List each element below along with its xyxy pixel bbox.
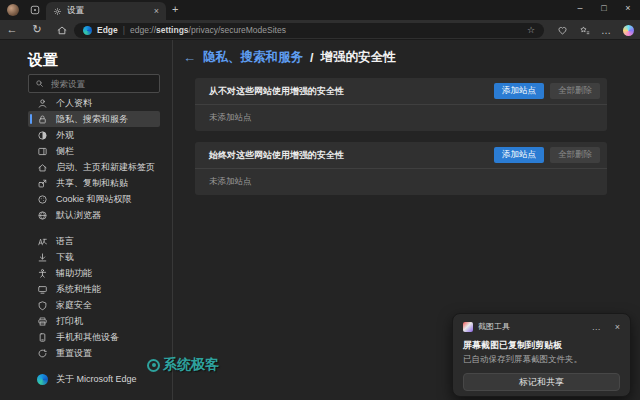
remove-all-button[interactable]: 全部删除	[550, 83, 600, 99]
address-url: edge://settings/privacy/secureModeSites	[130, 25, 286, 35]
family-safety-icon	[37, 300, 48, 311]
always-enhanced-security-card: 始终对这些网站使用增强的安全性 添加站点 全部删除 未添加站点	[195, 142, 607, 195]
sidebar-item-about[interactable]: 关于 Microsoft Edge	[28, 371, 160, 387]
language-icon	[37, 236, 48, 247]
window-controls: – □ ×	[568, 0, 640, 18]
sidebar-item-label: 侧栏	[56, 145, 74, 158]
sidebar-item-sidebar[interactable]: 侧栏	[28, 143, 160, 159]
add-site-button[interactable]: 添加站点	[494, 83, 544, 99]
card-header: 从不对这些网站使用增强的安全性 添加站点 全部删除	[195, 78, 607, 105]
sidebar-item-label: 辅助功能	[56, 267, 92, 280]
tab-settings[interactable]: 设置 ×	[46, 2, 166, 20]
sidebar-item-default-browser[interactable]: 默认浏览器	[28, 207, 160, 223]
sidebar-item-startup[interactable]: 启动、主页和新建标签页	[28, 159, 160, 175]
search-icon	[35, 79, 44, 88]
sidebar-item-cookies[interactable]: Cookie 和网站权限	[28, 191, 160, 207]
new-tab-button[interactable]: +	[172, 3, 178, 15]
edge-browser-window: 设置 × + – □ × ← ↻ Edge | edge://settings/…	[0, 0, 640, 400]
navigation-toolbar: ← ↻ Edge | edge://settings/privacy/secur…	[0, 20, 640, 40]
address-brand: Edge	[97, 25, 118, 35]
download-icon	[37, 252, 48, 263]
sidebar-item-label: 重置设置	[56, 347, 92, 360]
performance-icon	[37, 284, 48, 295]
sidebar-item-appearance[interactable]: 外观	[28, 127, 160, 143]
toast-header: 截图工具 … ×	[463, 321, 620, 332]
address-bar[interactable]: Edge | edge://settings/privacy/secureMod…	[74, 23, 544, 38]
sidebar-item-label: 外观	[56, 129, 74, 142]
page-title: 设置	[28, 51, 58, 70]
sidebar-item-label: 隐私、搜索和服务	[56, 113, 128, 126]
toast-title: 屏幕截图已复制到剪贴板	[463, 339, 620, 352]
watermark-text: 系统极客	[163, 356, 219, 374]
default-browser-icon	[37, 210, 48, 221]
workspaces-icon[interactable]	[29, 4, 41, 16]
reset-icon	[37, 348, 48, 359]
phone-icon	[37, 332, 48, 343]
sidebar-item-printers[interactable]: 打印机	[28, 313, 160, 329]
sidebar-item-label: 下载	[56, 251, 74, 264]
sidebar-item-share[interactable]: 共享、复制和粘贴	[28, 175, 160, 191]
sidebar-item-label: 打印机	[56, 315, 83, 328]
accessibility-icon	[37, 268, 48, 279]
sidebar-item-downloads[interactable]: 下载	[28, 249, 160, 265]
add-site-button[interactable]: 添加站点	[494, 147, 544, 163]
sidebar-item-languages[interactable]: 语言	[28, 233, 160, 249]
url-scheme: edge://	[130, 25, 156, 35]
favorites-icon[interactable]	[579, 25, 590, 36]
browser-essentials-icon[interactable]	[557, 25, 568, 36]
refresh-icon[interactable]: ↻	[29, 20, 45, 40]
toast-close-icon[interactable]: ×	[615, 322, 620, 332]
favorite-star-icon[interactable]: ☆	[527, 25, 535, 35]
card-title: 始终对这些网站使用增强的安全性	[209, 149, 488, 162]
browser-menu-icon[interactable]: …	[601, 25, 612, 36]
url-host: settings	[156, 25, 189, 35]
breadcrumb-current: 增强的安全性	[320, 49, 395, 66]
sidebar-item-accessibility[interactable]: 辅助功能	[28, 265, 160, 281]
lock-icon	[37, 114, 48, 125]
search-input[interactable]	[49, 78, 153, 90]
home-icon[interactable]	[56, 24, 68, 36]
breadcrumb-link[interactable]: 隐私、搜索和服务	[203, 49, 303, 66]
sidebar-item-label: 手机和其他设备	[56, 331, 119, 344]
breadcrumb-back-icon[interactable]: ←	[183, 50, 196, 65]
sidebar-item-label: 启动、主页和新建标签页	[56, 161, 155, 174]
cookie-icon	[37, 194, 48, 205]
share-icon	[37, 178, 48, 189]
never-enhanced-security-card: 从不对这些网站使用增强的安全性 添加站点 全部删除 未添加站点	[195, 78, 607, 131]
mark-and-share-button[interactable]: 标记和共享	[463, 373, 620, 391]
cards-container: 从不对这些网站使用增强的安全性 添加站点 全部删除 未添加站点 始终对这些网站使…	[195, 78, 607, 206]
appearance-icon	[37, 130, 48, 141]
sidebar-item-family-safety[interactable]: 家庭安全	[28, 297, 160, 313]
sidebar-layout-icon	[37, 146, 48, 157]
maximize-button[interactable]: □	[592, 0, 616, 18]
toast-more-icon[interactable]: …	[592, 322, 601, 332]
gear-icon	[53, 7, 62, 16]
url-path: /privacy/secureModeSites	[189, 25, 286, 35]
settings-sidebar: 设置 个人资料 隐私、搜索和服务 外观 侧栏 启动、主页和新建标签页 共享、复制…	[0, 40, 173, 400]
close-window-button[interactable]: ×	[616, 0, 640, 18]
card-title: 从不对这些网站使用增强的安全性	[209, 85, 488, 98]
remove-all-button[interactable]: 全部删除	[550, 147, 600, 163]
startup-icon	[37, 162, 48, 173]
tab-close-icon[interactable]: ×	[154, 6, 159, 16]
sidebar-item-devices[interactable]: 手机和其他设备	[28, 329, 160, 345]
profile-avatar[interactable]	[7, 4, 19, 16]
back-icon[interactable]: ←	[4, 20, 20, 40]
toast-app-name: 截图工具	[478, 321, 578, 332]
sidebar-item-privacy[interactable]: 隐私、搜索和服务	[28, 111, 160, 127]
tab-title: 设置	[67, 5, 149, 17]
edge-logo-icon	[37, 374, 48, 385]
sidebar-item-reset[interactable]: 重置设置	[28, 345, 160, 361]
sidebar-item-system[interactable]: 系统和性能	[28, 281, 160, 297]
settings-search[interactable]	[28, 74, 160, 93]
printer-icon	[37, 316, 48, 327]
copilot-icon[interactable]	[623, 25, 634, 36]
sidebar-item-label: 个人资料	[56, 97, 92, 110]
snipping-tool-toast: 截图工具 … × 屏幕截图已复制到剪贴板 已自动保存到屏幕截图文件夹。 标记和共…	[452, 313, 631, 397]
toolbar-icons: …	[557, 20, 634, 40]
minimize-button[interactable]: –	[568, 0, 592, 18]
sidebar-nav: 个人资料 隐私、搜索和服务 外观 侧栏 启动、主页和新建标签页 共享、复制和粘贴…	[28, 95, 160, 387]
watermark-logo-icon	[147, 359, 160, 372]
sidebar-item-label: 语言	[56, 235, 74, 248]
sidebar-item-profile[interactable]: 个人资料	[28, 95, 160, 111]
